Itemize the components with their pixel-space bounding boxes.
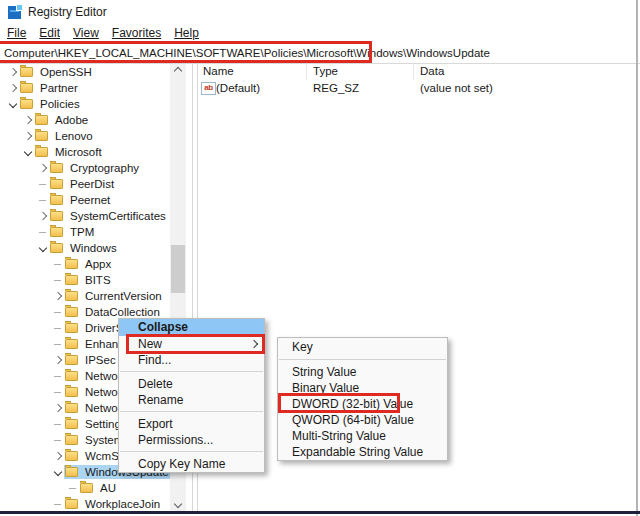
leaf-connector — [51, 424, 64, 425]
folder-icon — [50, 179, 63, 189]
leaf-connector — [51, 280, 64, 281]
address-bar-path: Computer\HKEY_LOCAL_MACHINE\SOFTWARE\Pol… — [4, 47, 490, 59]
folder-icon — [35, 115, 48, 125]
menu-edit[interactable]: Edit — [39, 26, 60, 40]
submenu-dword-32bit-value[interactable]: DWORD (32-bit) Value — [278, 396, 447, 412]
new-submenu: Key String Value Binary Value DWORD (32-… — [277, 337, 448, 461]
expand-icon[interactable] — [21, 133, 34, 139]
collapse-icon[interactable] — [6, 101, 19, 107]
value-name: (Default) — [216, 82, 260, 94]
tree-item-currentversion[interactable]: CurrentVersion — [0, 288, 170, 304]
tree-item-systemcertificates[interactable]: SystemCertificates — [0, 208, 170, 224]
folder-icon — [65, 323, 78, 333]
tree-item-workplacejoin[interactable]: WorkplaceJoin — [0, 496, 170, 512]
folder-icon — [20, 83, 33, 93]
tree-item-au[interactable]: AU — [0, 480, 170, 496]
scrollbar-thumb[interactable] — [171, 245, 185, 293]
folder-icon — [65, 451, 78, 461]
expand-icon[interactable] — [51, 357, 64, 363]
menu-favorites[interactable]: Favorites — [112, 26, 161, 40]
tree-item-cryptography[interactable]: Cryptography — [0, 160, 170, 176]
tree-item-partner[interactable]: Partner — [0, 80, 170, 96]
expand-icon[interactable] — [51, 293, 64, 299]
folder-icon — [50, 243, 63, 253]
scroll-up-icon[interactable] — [170, 64, 186, 78]
scroll-down-icon[interactable] — [170, 497, 186, 511]
context-menu-permissions[interactable]: Permissions... — [119, 432, 264, 448]
leaf-connector — [51, 440, 64, 441]
column-divider[interactable] — [413, 64, 414, 80]
expand-icon[interactable] — [6, 69, 19, 75]
context-menu-new[interactable]: New — [119, 336, 264, 352]
folder-icon — [65, 307, 78, 317]
folder-icon — [65, 339, 78, 349]
leaf-connector — [51, 312, 64, 313]
collapse-icon[interactable] — [36, 245, 49, 251]
context-menu-export[interactable]: Export — [119, 416, 264, 432]
folder-icon — [65, 291, 78, 301]
folder-icon — [65, 259, 78, 269]
leaf-connector — [51, 264, 64, 265]
tree-item-tpm[interactable]: TPM — [0, 224, 170, 240]
context-menu-delete[interactable]: Delete — [119, 376, 264, 392]
submenu-binary-value[interactable]: Binary Value — [278, 380, 447, 396]
collapse-icon[interactable] — [51, 469, 64, 475]
column-header-data[interactable]: Data — [420, 65, 444, 77]
expand-icon[interactable] — [6, 85, 19, 91]
tree-item-policies[interactable]: Policies — [0, 96, 170, 112]
folder-icon — [65, 499, 78, 509]
leaf-connector — [36, 232, 49, 233]
context-menu-rename[interactable]: Rename — [119, 392, 264, 408]
menu-separator — [278, 356, 447, 364]
menu-file[interactable]: File — [7, 26, 26, 40]
expand-icon[interactable] — [21, 117, 34, 123]
value-row-default[interactable]: ab (Default) REG_SZ (value not set) — [199, 82, 636, 97]
folder-icon — [20, 99, 33, 109]
folder-icon — [65, 435, 78, 445]
tree-item-adobe[interactable]: Adobe — [0, 112, 170, 128]
submenu-multi-string-value[interactable]: Multi-String Value — [278, 428, 447, 444]
menu-help[interactable]: Help — [174, 26, 199, 40]
tree-item-bits[interactable]: BITS — [0, 272, 170, 288]
address-bar[interactable]: Computer\HKEY_LOCAL_MACHINE\SOFTWARE\Pol… — [0, 42, 640, 64]
context-menu-collapse[interactable]: Collapse — [119, 319, 264, 336]
context-menu-copy-key-name[interactable]: Copy Key Name — [119, 456, 264, 472]
expand-icon[interactable] — [51, 405, 64, 411]
tree-item-openssh[interactable]: OpenSSH — [0, 64, 170, 80]
column-divider[interactable] — [306, 64, 307, 80]
folder-icon — [65, 275, 78, 285]
tree-item-peerdist[interactable]: PeerDist — [0, 176, 170, 192]
column-header-name[interactable]: Name — [203, 65, 234, 77]
submenu-string-value[interactable]: String Value — [278, 364, 447, 380]
tree-item-windows[interactable]: Windows — [0, 240, 170, 256]
tree-item-appx[interactable]: Appx — [0, 256, 170, 272]
context-menu: Collapse New Find... Delete Rename Expor… — [118, 318, 265, 473]
submenu-key[interactable]: Key — [278, 338, 447, 356]
column-header-type[interactable]: Type — [313, 65, 338, 77]
submenu-arrow-icon — [250, 340, 258, 348]
menu-separator — [119, 408, 264, 416]
tree-item-lenovo[interactable]: Lenovo — [0, 128, 170, 144]
title-bar: Registry Editor — [0, 0, 640, 24]
folder-icon — [50, 195, 63, 205]
window-bottom-border — [0, 511, 640, 514]
submenu-qword-64bit-value[interactable]: QWORD (64-bit) Value — [278, 412, 447, 428]
tree-item-peernet[interactable]: Peernet — [0, 192, 170, 208]
leaf-connector — [51, 328, 64, 329]
folder-icon — [20, 67, 33, 77]
menu-separator — [119, 448, 264, 456]
collapse-icon[interactable] — [21, 149, 34, 155]
window-title: Registry Editor — [28, 5, 107, 19]
menu-separator — [119, 368, 264, 376]
folder-icon — [65, 371, 78, 381]
expand-icon[interactable] — [36, 213, 49, 219]
registry-editor-window: Registry Editor File Edit View Favorites… — [0, 0, 640, 516]
expand-icon[interactable] — [36, 165, 49, 171]
context-menu-find[interactable]: Find... — [119, 352, 264, 368]
menu-view[interactable]: View — [73, 26, 99, 40]
folder-icon — [50, 211, 63, 221]
tree-item-microsoft[interactable]: Microsoft — [0, 144, 170, 160]
expand-icon[interactable] — [51, 453, 64, 459]
folder-icon — [65, 467, 78, 477]
submenu-expandable-string-value[interactable]: Expandable String Value — [278, 444, 447, 460]
